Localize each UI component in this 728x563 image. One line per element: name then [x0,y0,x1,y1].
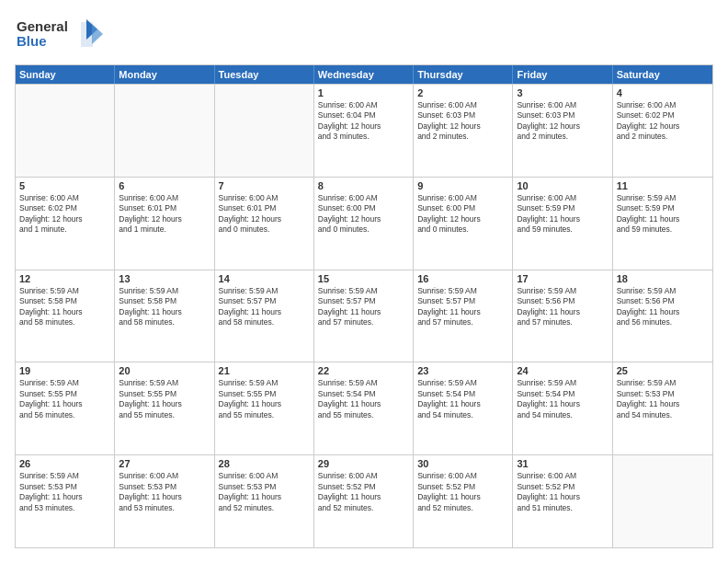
day-number: 7 [219,180,310,191]
day-number: 30 [417,458,508,469]
day-number: 26 [19,458,110,469]
day-info: Sunrise: 6:00 AM Sunset: 5:59 PM Dayligh… [517,193,608,236]
header-day-sunday: Sunday [16,65,115,84]
day-cell-5: 5Sunrise: 6:00 AM Sunset: 6:02 PM Daylig… [16,178,115,270]
day-number: 1 [318,87,409,98]
day-cell-22: 22Sunrise: 5:59 AM Sunset: 5:54 PM Dayli… [314,362,414,454]
week-row-1: 1Sunrise: 6:00 AM Sunset: 6:04 PM Daylig… [16,84,712,177]
calendar-body: 1Sunrise: 6:00 AM Sunset: 6:04 PM Daylig… [16,84,712,547]
day-number: 3 [517,87,608,98]
day-cell-30: 30Sunrise: 6:00 AM Sunset: 5:52 PM Dayli… [414,455,513,547]
day-info: Sunrise: 5:59 AM Sunset: 5:58 PM Dayligh… [119,286,210,328]
day-info: Sunrise: 5:59 AM Sunset: 5:54 PM Dayligh… [517,378,608,420]
day-info: Sunrise: 6:00 AM Sunset: 6:01 PM Dayligh… [119,193,210,236]
logo-text: General Blue [15,15,116,55]
empty-cell [215,85,314,177]
day-cell-21: 21Sunrise: 5:59 AM Sunset: 5:55 PM Dayli… [215,362,314,454]
day-info: Sunrise: 5:59 AM Sunset: 5:57 PM Dayligh… [417,286,508,328]
day-number: 23 [417,365,508,376]
header: General Blue [15,15,713,55]
week-row-5: 26Sunrise: 5:59 AM Sunset: 5:53 PM Dayli… [16,454,712,547]
day-info: Sunrise: 5:59 AM Sunset: 5:55 PM Dayligh… [219,378,310,420]
day-cell-13: 13Sunrise: 5:59 AM Sunset: 5:58 PM Dayli… [115,270,214,362]
day-info: Sunrise: 6:00 AM Sunset: 5:52 PM Dayligh… [417,471,508,513]
day-number: 8 [318,180,409,191]
page: General Blue SundayMondayTuesdayWednesda… [0,0,728,563]
empty-cell [613,455,712,547]
day-number: 31 [517,458,608,469]
day-number: 29 [318,458,409,469]
day-cell-14: 14Sunrise: 5:59 AM Sunset: 5:57 PM Dayli… [215,270,314,362]
day-cell-31: 31Sunrise: 6:00 AM Sunset: 5:52 PM Dayli… [513,455,612,547]
day-info: Sunrise: 6:00 AM Sunset: 6:00 PM Dayligh… [417,193,508,236]
day-cell-11: 11Sunrise: 5:59 AM Sunset: 5:59 PM Dayli… [613,178,712,270]
day-number: 25 [617,365,709,376]
day-info: Sunrise: 6:00 AM Sunset: 6:03 PM Dayligh… [517,100,608,143]
day-info: Sunrise: 6:00 AM Sunset: 6:03 PM Dayligh… [417,100,508,143]
day-info: Sunrise: 6:00 AM Sunset: 6:00 PM Dayligh… [318,193,409,236]
day-number: 15 [318,273,409,284]
header-day-saturday: Saturday [613,65,712,84]
header-day-thursday: Thursday [414,65,513,84]
day-number: 6 [119,180,210,191]
day-cell-28: 28Sunrise: 6:00 AM Sunset: 5:53 PM Dayli… [215,455,314,547]
day-cell-1: 1Sunrise: 6:00 AM Sunset: 6:04 PM Daylig… [314,85,414,177]
day-cell-20: 20Sunrise: 5:59 AM Sunset: 5:55 PM Dayli… [115,362,214,454]
day-number: 20 [119,365,210,376]
day-cell-17: 17Sunrise: 5:59 AM Sunset: 5:56 PM Dayli… [513,270,612,362]
day-cell-12: 12Sunrise: 5:59 AM Sunset: 5:58 PM Dayli… [16,270,115,362]
day-number: 21 [219,365,310,376]
empty-cell [16,85,115,177]
day-number: 10 [517,180,608,191]
day-cell-15: 15Sunrise: 5:59 AM Sunset: 5:57 PM Dayli… [314,270,414,362]
day-cell-2: 2Sunrise: 6:00 AM Sunset: 6:03 PM Daylig… [414,85,513,177]
day-cell-19: 19Sunrise: 5:59 AM Sunset: 5:55 PM Dayli… [16,362,115,454]
day-number: 9 [417,180,508,191]
day-number: 18 [617,273,709,284]
day-cell-6: 6Sunrise: 6:00 AM Sunset: 6:01 PM Daylig… [115,178,214,270]
day-cell-8: 8Sunrise: 6:00 AM Sunset: 6:00 PM Daylig… [314,178,414,270]
day-cell-18: 18Sunrise: 5:59 AM Sunset: 5:56 PM Dayli… [613,270,712,362]
day-cell-27: 27Sunrise: 6:00 AM Sunset: 5:53 PM Dayli… [115,455,214,547]
week-row-3: 12Sunrise: 5:59 AM Sunset: 5:58 PM Dayli… [16,270,712,362]
header-day-wednesday: Wednesday [314,65,414,84]
day-cell-4: 4Sunrise: 6:00 AM Sunset: 6:02 PM Daylig… [613,85,712,177]
day-number: 5 [19,180,110,191]
day-info: Sunrise: 6:00 AM Sunset: 5:52 PM Dayligh… [517,471,608,513]
day-number: 13 [119,273,210,284]
logo: General Blue [15,15,116,55]
day-number: 4 [617,87,709,98]
day-info: Sunrise: 5:59 AM Sunset: 5:55 PM Dayligh… [119,378,210,420]
day-info: Sunrise: 5:59 AM Sunset: 5:58 PM Dayligh… [19,286,110,328]
day-info: Sunrise: 5:59 AM Sunset: 5:55 PM Dayligh… [19,378,110,420]
day-info: Sunrise: 6:00 AM Sunset: 5:53 PM Dayligh… [119,471,210,513]
svg-text:Blue: Blue [17,33,47,49]
day-info: Sunrise: 5:59 AM Sunset: 5:54 PM Dayligh… [417,378,508,420]
day-info: Sunrise: 5:59 AM Sunset: 5:53 PM Dayligh… [19,471,110,513]
calendar: SundayMondayTuesdayWednesdayThursdayFrid… [15,64,713,548]
header-day-tuesday: Tuesday [215,65,314,84]
day-info: Sunrise: 6:00 AM Sunset: 6:02 PM Dayligh… [617,100,709,143]
day-info: Sunrise: 5:59 AM Sunset: 5:56 PM Dayligh… [617,286,709,328]
calendar-header: SundayMondayTuesdayWednesdayThursdayFrid… [16,65,712,84]
day-info: Sunrise: 5:59 AM Sunset: 5:59 PM Dayligh… [617,193,709,236]
day-cell-9: 9Sunrise: 6:00 AM Sunset: 6:00 PM Daylig… [414,178,513,270]
day-number: 28 [219,458,310,469]
day-number: 2 [417,87,508,98]
day-cell-23: 23Sunrise: 5:59 AM Sunset: 5:54 PM Dayli… [414,362,513,454]
day-info: Sunrise: 6:00 AM Sunset: 6:04 PM Dayligh… [318,100,409,143]
svg-marker-4 [92,24,103,44]
header-day-monday: Monday [115,65,214,84]
week-row-4: 19Sunrise: 5:59 AM Sunset: 5:55 PM Dayli… [16,362,712,454]
day-info: Sunrise: 5:59 AM Sunset: 5:56 PM Dayligh… [517,286,608,328]
day-cell-16: 16Sunrise: 5:59 AM Sunset: 5:57 PM Dayli… [414,270,513,362]
day-cell-29: 29Sunrise: 6:00 AM Sunset: 5:52 PM Dayli… [314,455,414,547]
day-number: 11 [617,180,709,191]
day-info: Sunrise: 6:00 AM Sunset: 6:01 PM Dayligh… [219,193,310,236]
day-number: 27 [119,458,210,469]
day-number: 12 [19,273,110,284]
day-cell-3: 3Sunrise: 6:00 AM Sunset: 6:03 PM Daylig… [513,85,612,177]
day-info: Sunrise: 6:00 AM Sunset: 5:52 PM Dayligh… [318,471,409,513]
empty-cell [115,85,214,177]
day-info: Sunrise: 5:59 AM Sunset: 5:53 PM Dayligh… [617,378,709,420]
